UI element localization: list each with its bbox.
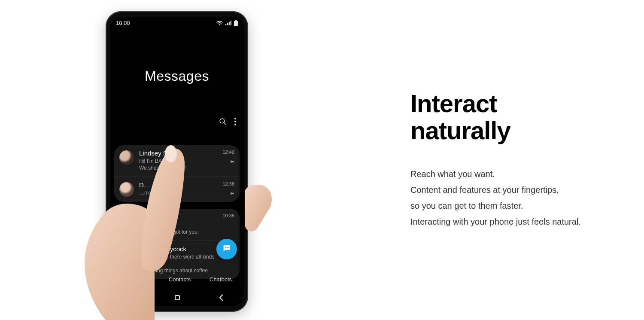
more-icon[interactable] bbox=[234, 118, 236, 125]
app-title: Messages bbox=[110, 68, 244, 84]
svg-rect-5 bbox=[234, 21, 238, 26]
message-time: 12:40 bbox=[216, 149, 234, 155]
svg-point-12 bbox=[227, 247, 228, 248]
tab-conversations[interactable]: versations bbox=[120, 274, 152, 286]
pin-icon bbox=[216, 159, 234, 165]
phone-screen: 10:00 Messages bbox=[110, 17, 244, 306]
body-line: so you can get to them faster. bbox=[410, 198, 621, 214]
contact-name: …ia Gray bbox=[139, 213, 216, 220]
body-line: Reach what you want. bbox=[410, 166, 621, 182]
contact-name: D… bbox=[139, 181, 216, 189]
svg-point-13 bbox=[228, 247, 229, 248]
compose-fab[interactable] bbox=[216, 239, 237, 259]
search-icon[interactable] bbox=[219, 118, 227, 125]
android-navbar bbox=[110, 290, 244, 306]
tab-chatbots[interactable]: Chatbots bbox=[208, 274, 234, 286]
body-line: Interacting with your phone just feels n… bbox=[410, 214, 621, 230]
tab-contacts[interactable]: Contacts bbox=[167, 274, 192, 286]
message-preview: Hi! I'm BACK!!! We should catch up! bbox=[139, 158, 216, 171]
battery-icon bbox=[234, 20, 238, 26]
status-indicators bbox=[216, 20, 238, 26]
svg-point-9 bbox=[234, 121, 236, 122]
pin-icon bbox=[216, 191, 234, 197]
avatar bbox=[119, 182, 134, 197]
wifi-icon bbox=[216, 21, 223, 25]
status-time: 10:00 bbox=[116, 20, 130, 26]
signal-icon bbox=[225, 21, 231, 25]
contact-name: Lindsey Smith bbox=[139, 149, 216, 157]
pinned-group: Lindsey Smith Hi! I'm BACK!!! We should … bbox=[114, 145, 240, 202]
body-line: Content and features at your fingertips, bbox=[410, 182, 621, 198]
list-item[interactable]: …ia Gray Alisa! …ee what I've got for yo… bbox=[114, 209, 240, 241]
svg-point-11 bbox=[225, 247, 226, 248]
recents-icon[interactable] bbox=[130, 295, 136, 301]
message-time: 10:35 bbox=[216, 213, 234, 218]
svg-point-10 bbox=[234, 124, 236, 125]
status-bar: 10:00 bbox=[110, 17, 244, 26]
phone-frame: 10:00 Messages bbox=[106, 11, 248, 312]
list-item[interactable]: D… …most interesting 12:38 bbox=[114, 177, 240, 202]
bottom-tabs: versations Contacts Chatbots bbox=[110, 270, 244, 290]
hero-headline: Interact naturally bbox=[410, 90, 621, 144]
svg-point-6 bbox=[220, 119, 225, 123]
contact-name: Andrew Laycock bbox=[139, 245, 216, 253]
headline-line: Interact bbox=[410, 90, 621, 117]
message-preview: …most interesting bbox=[139, 189, 216, 196]
hero-body: Reach what you want. Content and feature… bbox=[410, 166, 621, 230]
svg-point-8 bbox=[234, 118, 236, 119]
hero-copy: Interact naturally Reach what you want. … bbox=[410, 90, 621, 230]
svg-rect-3 bbox=[231, 21, 231, 25]
svg-rect-0 bbox=[225, 24, 226, 25]
avatar bbox=[119, 150, 134, 165]
svg-rect-4 bbox=[235, 20, 237, 21]
svg-rect-1 bbox=[227, 23, 228, 25]
home-icon[interactable] bbox=[175, 295, 180, 300]
svg-line-7 bbox=[224, 122, 226, 125]
compose-icon bbox=[222, 244, 231, 255]
headline-line: naturally bbox=[410, 117, 621, 144]
svg-rect-2 bbox=[229, 22, 230, 25]
list-item[interactable]: Lindsey Smith Hi! I'm BACK!!! We should … bbox=[114, 145, 240, 177]
toolbar bbox=[110, 118, 244, 125]
message-time: 12:38 bbox=[216, 181, 234, 186]
message-preview: Alisa! …ee what I've got for you. bbox=[139, 221, 216, 235]
back-icon[interactable] bbox=[219, 294, 224, 301]
